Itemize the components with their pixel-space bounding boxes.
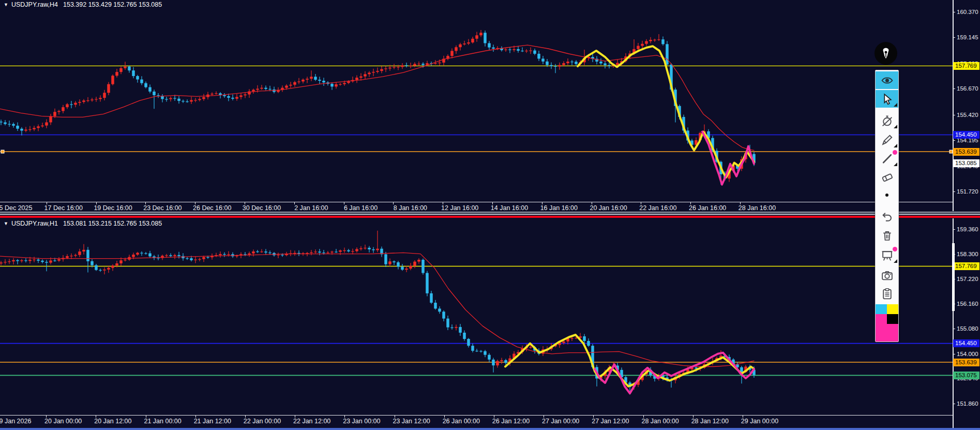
time-tick — [96, 202, 97, 204]
whiteboard-icon — [881, 249, 894, 262]
price-label-chip: 153.639 — [953, 359, 979, 366]
time-tick — [641, 202, 641, 204]
time-label: 15 Dec 2025 — [0, 204, 32, 212]
time-label: 30 Dec 16:00 — [243, 204, 281, 212]
time-label: 26 Jan 16:00 — [689, 204, 726, 212]
color-swatch[interactable] — [876, 314, 887, 324]
chart-title-h1: ▼USDJPY.raw,H1153.081 153.215 152.765 15… — [4, 220, 162, 227]
active-color-dot — [893, 247, 897, 251]
splitter-stripe — [0, 218, 980, 218]
time-tick — [245, 416, 246, 418]
time-tick — [294, 202, 295, 204]
camera-icon — [881, 269, 894, 282]
candlestick-chart-h1[interactable] — [0, 221, 953, 415]
corner-options-indicator — [894, 125, 897, 128]
window-bottom-border — [0, 428, 980, 430]
time-tick — [146, 416, 146, 418]
price-label-chip: 154.450 — [953, 339, 979, 347]
time-label: 23 Jan 00:00 — [343, 418, 380, 425]
color-swatch[interactable] — [887, 304, 898, 314]
corner-options-indicator — [894, 259, 897, 263]
eye-icon — [881, 74, 894, 87]
time-tick — [145, 202, 146, 204]
pencil-icon — [881, 134, 894, 146]
time-tick — [690, 202, 691, 204]
ohlc-values: 153.081 153.215 152.765 153.085 — [63, 220, 162, 227]
price-axis-h4[interactable]: 160.370159.145157.885156.670155.420154.1… — [953, 0, 980, 202]
time-label: 20 Jan 12:00 — [94, 418, 131, 425]
toggle-visibility[interactable] — [876, 71, 898, 89]
price-axis-h1[interactable]: 159.360158.300157.220156.160155.080154.0… — [953, 221, 980, 415]
symbol-period-label: USDJPY.raw,H4 — [11, 1, 58, 8]
timer-tool[interactable] — [876, 112, 898, 129]
hline-handle — [1, 150, 4, 153]
fountain-pen-icon — [879, 47, 893, 60]
time-label: 28 Jan 16:00 — [738, 204, 776, 212]
candlestick-chart-h4[interactable] — [0, 0, 953, 202]
collapse-triangle-icon[interactable]: ▼ — [4, 2, 8, 7]
time-label: 20 Jan 16:00 — [590, 204, 627, 212]
color-swatch[interactable] — [887, 314, 898, 324]
toolbar-dot-separator — [876, 190, 898, 200]
screenshot-button[interactable] — [876, 266, 898, 284]
time-tick — [344, 416, 345, 418]
symbol-period-label: USDJPY.raw,H1 — [11, 220, 58, 227]
price-label-chip: 153.075 — [953, 372, 979, 379]
time-tick — [96, 416, 96, 418]
time-label: 16 Jan 16:00 — [540, 204, 578, 212]
time-label: 22 Jan 12:00 — [293, 418, 330, 425]
active-color-dot — [893, 150, 897, 155]
clear-all-button[interactable] — [876, 227, 898, 244]
time-tick — [593, 416, 594, 418]
time-label: 28 Jan 12:00 — [691, 418, 729, 425]
time-tick — [494, 416, 494, 418]
whiteboard-tool[interactable] — [876, 246, 898, 264]
time-label: 6 Jan 16:00 — [344, 204, 378, 212]
pen-launcher-button[interactable] — [875, 42, 897, 65]
color-swatch[interactable] — [876, 304, 887, 314]
time-label: 21 Jan 12:00 — [194, 418, 231, 425]
time-tick — [195, 416, 196, 418]
pencil-tool[interactable] — [876, 131, 898, 149]
eraser-tool[interactable] — [876, 168, 898, 186]
price-label-chip: 154.450 — [953, 131, 979, 139]
time-tick — [295, 416, 295, 418]
chart-title-h4: ▼USDJPY.raw,H4153.392 153.429 152.765 15… — [4, 1, 162, 8]
drawing-toolbar — [875, 70, 899, 342]
time-label: 12 Jan 16:00 — [441, 204, 478, 212]
time-label: 27 Jan 00:00 — [542, 418, 579, 425]
time-label: 22 Jan 16:00 — [639, 204, 676, 212]
pen-icon — [881, 152, 894, 165]
time-label: 23 Dec 16:00 — [143, 204, 182, 212]
time-label: 26 Jan 00:00 — [443, 418, 480, 425]
trash-icon — [881, 229, 894, 242]
cursor-icon — [881, 93, 894, 106]
yellow-annotation-line — [505, 335, 754, 387]
pen-tool[interactable] — [876, 150, 898, 167]
time-label: 14 Jan 16:00 — [491, 204, 528, 212]
select-tool[interactable] — [876, 90, 898, 108]
ohlc-values: 153.392 153.429 152.765 153.085 — [63, 1, 162, 8]
clipboard-button[interactable] — [876, 285, 898, 302]
time-tick — [643, 416, 644, 418]
candles — [0, 231, 756, 395]
time-tick — [542, 202, 542, 204]
undo-button[interactable] — [876, 208, 898, 226]
corner-options-indicator — [894, 103, 897, 107]
time-tick — [46, 416, 47, 418]
time-axis-h1[interactable]: 19 Jan 202620 Jan 00:0020 Jan 12:0021 Ja… — [0, 415, 953, 427]
time-label: 27 Jan 12:00 — [592, 418, 629, 425]
time-label: 19 Jan 2026 — [0, 418, 31, 425]
chart-splitter[interactable] — [0, 211, 980, 218]
undo-icon — [881, 211, 894, 224]
price-axis-scrollbar[interactable] — [952, 243, 955, 311]
collapse-triangle-icon[interactable]: ▼ — [4, 221, 8, 226]
time-tick — [245, 202, 245, 204]
trading-app-window: ▼USDJPY.raw,H4153.392 153.429 152.765 15… — [0, 0, 980, 430]
time-label: 23 Jan 12:00 — [393, 418, 430, 425]
time-tick — [443, 202, 443, 204]
time-label: 26 Dec 16:00 — [193, 204, 231, 212]
price-label-chip: 153.639 — [953, 148, 979, 156]
selected-color-swatch[interactable] — [876, 324, 898, 342]
clipboard-icon — [881, 287, 894, 300]
